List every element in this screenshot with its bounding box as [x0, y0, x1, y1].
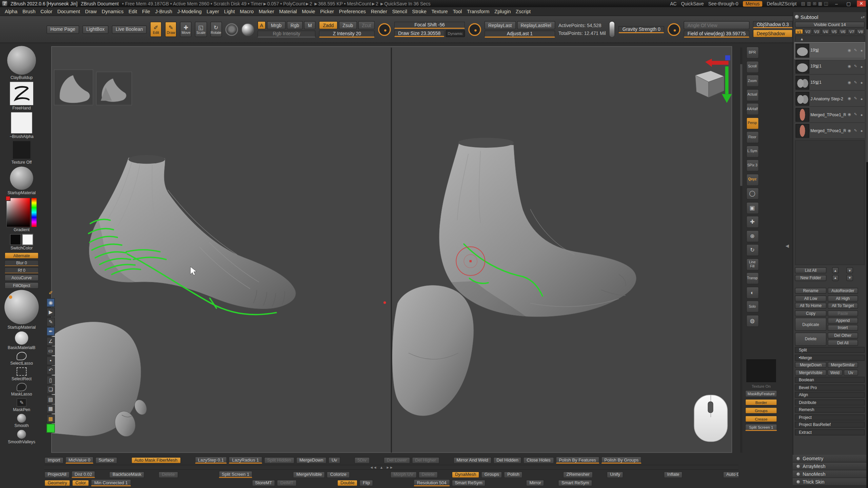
tray-button[interactable]: DynaMesh	[452, 471, 479, 478]
tray-button[interactable]: Resolution 504	[414, 479, 450, 486]
tray-button[interactable]: Dist 0.02	[71, 471, 95, 478]
visible-count-slider[interactable]: Visible Count 14	[795, 22, 865, 28]
append-button[interactable]: Append	[828, 318, 858, 324]
canvas-tool-button[interactable]: •	[46, 356, 55, 365]
subtool-version-tab[interactable]: V3	[812, 29, 821, 34]
visibility-eye-icon[interactable]: ◉	[847, 64, 852, 68]
bevel-pro-section-header[interactable]: Bevel Pro	[795, 384, 865, 390]
visibility-eye-icon[interactable]: ◉	[847, 128, 852, 133]
tray-button[interactable]: Min Connected 1	[91, 479, 131, 486]
m-button[interactable]: M	[304, 21, 316, 29]
right-shelf-button[interactable]: Scroll	[746, 61, 759, 73]
rf-slider[interactable]: Rf 0	[4, 267, 39, 273]
subtool-version-tab[interactable]: V6	[839, 29, 847, 34]
tray-button[interactable]: Split Screen 1	[218, 471, 253, 478]
field-of-view-slider[interactable]: Field of view(deg) 39.59775	[684, 30, 749, 38]
subtool-scroll-up[interactable]: ▲	[795, 35, 865, 42]
minimize-button[interactable]: –	[833, 1, 841, 6]
all-to-home-button[interactable]: All To Home	[795, 303, 826, 309]
mergevisible-button[interactable]: MergeVisible	[795, 369, 826, 375]
visibility-eye-icon[interactable]: ◉	[847, 80, 852, 85]
tray-button[interactable]: Smart ReSym	[452, 480, 486, 486]
zadd-button[interactable]: Zadd	[319, 21, 337, 29]
menu-item[interactable]: Material	[277, 8, 299, 14]
right-shelf-button[interactable]: ◯	[746, 187, 759, 200]
canvas-tool-button[interactable]: ▤	[46, 395, 55, 404]
zcut-button[interactable]: Zcut	[358, 21, 375, 29]
lazy-mouse-icon[interactable]	[468, 23, 481, 36]
canvas-tool-button[interactable]: ↶	[46, 366, 55, 374]
current-material[interactable]: StartupMaterial	[7, 166, 36, 195]
tray-button[interactable]: Colorize	[327, 471, 350, 478]
see-through-slider[interactable]: See-through-0	[708, 1, 738, 6]
merge-section-header[interactable]: Merge	[795, 354, 865, 361]
fillobject-button[interactable]: FillObject	[4, 282, 39, 289]
tray-button[interactable]: Del Lower	[383, 457, 410, 464]
boolean-section-header[interactable]: Boolean	[795, 377, 865, 383]
pager-left-icon[interactable]: ◄◄	[370, 465, 377, 470]
dynamic-toggle[interactable]: Dynamic	[446, 30, 465, 37]
alternate-button[interactable]: Alternate	[4, 252, 39, 259]
subtool-down-button[interactable]: ▼	[846, 267, 853, 273]
tray-button[interactable]: StoreMT	[252, 480, 275, 486]
home-page-button[interactable]: Home Page	[46, 25, 79, 33]
extract-section-header[interactable]: Extract	[795, 429, 865, 435]
basic-material[interactable]: BasicMaterialB	[8, 331, 36, 350]
palette-header[interactable]: NanoMesh	[793, 470, 866, 478]
folder-up-button[interactable]: ▲	[832, 275, 839, 281]
z-intensity-slider[interactable]: Z Intensity 20	[319, 30, 375, 38]
saturation-value-box[interactable]	[7, 198, 30, 227]
menu-item[interactable]: Stroke	[410, 8, 429, 14]
right-shelf-button[interactable]: BPR	[746, 46, 759, 59]
canvas-tool-button[interactable]: ▶	[46, 308, 55, 317]
sculpt-icon[interactable]: ●	[859, 97, 864, 100]
pager-right-icon[interactable]: ►►	[386, 465, 393, 470]
uv-button[interactable]: Uv	[843, 369, 858, 375]
draw-mode-button[interactable]: ✎Draw	[165, 22, 177, 37]
tray-button[interactable]: Smart ReSym	[558, 480, 592, 486]
right-shelf-button[interactable]: Persp	[746, 117, 759, 129]
mask-by-feature-button[interactable]: MaskByFeature	[745, 390, 777, 397]
list-all-button[interactable]: List All	[795, 267, 826, 273]
tray-button[interactable]: Del Higher	[412, 457, 439, 464]
mergesimilar-button[interactable]: MergeSimilar	[828, 362, 858, 368]
right-shelf-button[interactable]: AAHalf	[746, 103, 759, 115]
tray-button[interactable]: Groups	[481, 471, 502, 478]
menu-item[interactable]: Macro	[237, 8, 256, 14]
menu-item[interactable]: Layer	[204, 8, 221, 14]
polypaint-icon[interactable]: ✎	[853, 96, 858, 101]
right-shelf-button[interactable]: Transp	[746, 272, 759, 284]
tray-button[interactable]: MergeVisible	[293, 471, 325, 478]
deep-shadow-button[interactable]: DeepShadow	[753, 29, 793, 38]
tray-button[interactable]: Mirror	[526, 480, 545, 486]
subtool-version-tab[interactable]: V2	[804, 29, 812, 34]
right-shelf-button[interactable]: ⊕	[746, 230, 759, 242]
subtool-row[interactable]: J Anatomy Step-2 ◉ ✎ ●	[795, 91, 865, 107]
move-mode-button[interactable]: ✚Move	[180, 22, 192, 37]
canvas-tool-button[interactable]: ▩	[46, 414, 55, 423]
live-boolean-button[interactable]: Live Boolean	[112, 25, 147, 33]
switch-color[interactable]: SwitchColor	[10, 234, 33, 251]
accucurve-button[interactable]: AccuCurve	[4, 274, 39, 281]
subtool-row[interactable]: Merged_TPose1_Ryan_Kingslie ◉ ✎ ●	[795, 123, 865, 139]
menu-item[interactable]: Movie	[299, 8, 318, 14]
zsub-button[interactable]: Zsub	[339, 21, 357, 29]
align-section-header[interactable]: Align	[795, 392, 865, 398]
window-scrollbar[interactable]	[866, 7, 868, 488]
canvas-tool-button[interactable]: ❏	[46, 385, 55, 394]
document-thumbnails[interactable]	[54, 70, 132, 105]
material-large[interactable]: StartupMaterial	[4, 290, 39, 330]
rgb-intensity-slider[interactable]: Rgb Intensity	[257, 30, 316, 38]
tray-button[interactable]: Surface	[95, 457, 117, 464]
split-screen-slider[interactable]: Split Screen 1	[745, 424, 777, 431]
tray-button[interactable]: Delete	[159, 471, 178, 478]
tray-button[interactable]: 5Div	[354, 457, 370, 464]
subtool-row[interactable]: 15발1 ◉ ✎ ●	[795, 75, 865, 90]
tray-button[interactable]: Auto Groups	[723, 471, 738, 478]
canvas-tool-button[interactable]: ▦	[46, 404, 55, 413]
titlebar-icon[interactable]: ◫	[824, 1, 828, 6]
default-zscript-button[interactable]: DefaultZScript	[767, 1, 797, 6]
tray-button[interactable]: Flip	[359, 480, 373, 486]
main-color-swatch[interactable]	[10, 234, 21, 245]
brush-tool-item[interactable]: SelectLasso	[10, 352, 33, 366]
